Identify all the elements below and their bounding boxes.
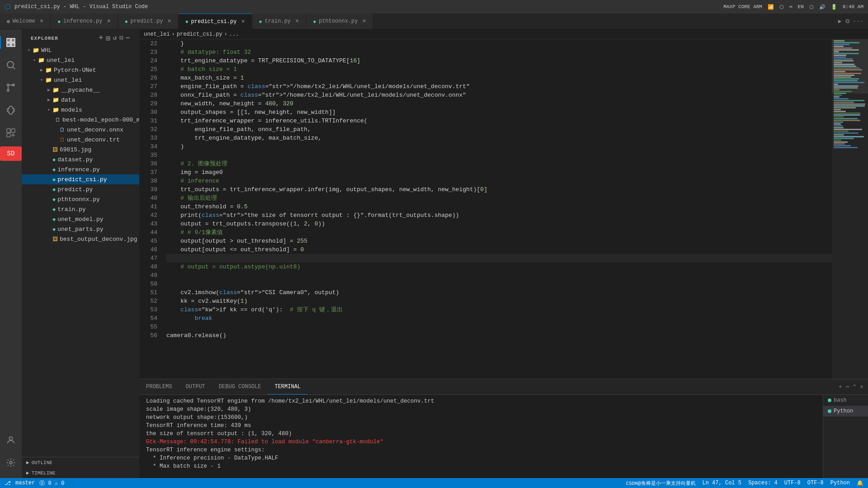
panel-tab-output[interactable]: OUTPUT: [179, 379, 212, 394]
git-branch[interactable]: master: [15, 480, 35, 486]
arrow-icon: ▾: [25, 47, 33, 53]
tree-item-best-output[interactable]: ▶ 🖼 best_output_deconv.jpg: [22, 234, 139, 244]
ln-col[interactable]: Ln 47, Col 5: [703, 480, 741, 486]
panel-tab-debug[interactable]: DEBUG CONSOLE: [212, 379, 268, 394]
tab-pthtoonnx-close[interactable]: ×: [363, 18, 366, 25]
activity-remote[interactable]: SD: [0, 146, 22, 161]
terminal-python[interactable]: Python: [823, 406, 868, 417]
new-folder-icon[interactable]: ⊞: [106, 34, 111, 43]
tree-item-onnx[interactable]: ▶ 🗋 unet_deconv.onnx: [22, 125, 139, 135]
svg-rect-9: [7, 129, 10, 132]
tab-predict-csi[interactable]: ◆ predict_csi.py ×: [179, 14, 252, 29]
tab-train-close[interactable]: ×: [295, 18, 299, 25]
tab-welcome-close[interactable]: ×: [40, 18, 43, 25]
svg-point-6: [7, 89, 9, 91]
panel-tab-terminal[interactable]: TERMINAL: [268, 379, 307, 394]
activity-extensions[interactable]: [0, 122, 22, 144]
tab-inference[interactable]: ◆ inference.py ×: [51, 14, 118, 29]
en-label: EN: [798, 4, 804, 9]
main-content: SD EXPLORER + ⊞ ↺ ⊟ ⋯ ▾: [0, 29, 868, 478]
gpu-label: MAXP CORE ARM: [723, 4, 762, 9]
tree-item-unet-model[interactable]: ▶ ◆ unet_model.py: [22, 214, 139, 224]
code-editor[interactable]: 2223242526272829303132333435363738394041…: [139, 39, 868, 379]
panel-close-icon[interactable]: ×: [860, 384, 863, 390]
tree-item-unet-lei[interactable]: ▾ 📁 unet_lei: [22, 75, 139, 85]
activity-settings[interactable]: [0, 452, 22, 474]
breadcrumb: unet_lei › predict_csi.py › ...: [139, 29, 868, 39]
errors-count[interactable]: ⓪ 0 ⚠ 0: [39, 479, 64, 487]
lang[interactable]: Python: [830, 480, 850, 486]
tab-predict-csi-close[interactable]: ×: [241, 18, 245, 25]
outline-header[interactable]: ▶ OUTLINE: [22, 457, 139, 468]
notification-icon[interactable]: 🔔: [857, 480, 863, 487]
tree-item-models[interactable]: ▾ 📁 models: [22, 105, 139, 115]
file-icon-jpg: 🖼: [52, 236, 58, 243]
timeline-header[interactable]: ▶ TIMELINE: [22, 468, 139, 478]
spaces[interactable]: Spaces: 4: [748, 480, 778, 486]
tree-item-jpg[interactable]: ▶ 🖼 69015.jpg: [22, 145, 139, 155]
activity-account[interactable]: [0, 429, 22, 451]
tree-label: train.py: [57, 206, 85, 213]
panel-more-icon[interactable]: ⋯: [846, 383, 849, 390]
line-numbers: 2223242526272829303132333435363738394041…: [139, 39, 162, 379]
tab-spacer: [373, 14, 834, 29]
tree-item-train[interactable]: ▶ ◆ train.py: [22, 204, 139, 214]
tree-label: unet_lei: [54, 77, 82, 84]
more-icon[interactable]: ⋯: [126, 34, 130, 43]
more-actions-icon[interactable]: ···: [853, 18, 863, 25]
tree-item-whl[interactable]: ▾ 📁 WHL: [22, 45, 139, 55]
tree-label-whl: WHL: [41, 47, 52, 54]
tab-welcome-label: Welcome: [13, 18, 35, 24]
tree-item-pytorch-unet[interactable]: ▶ 📁 Pytorch-UNet: [22, 65, 139, 75]
code-content[interactable]: } # datatype: float 32 trt_engine_dataty…: [162, 39, 832, 379]
run-icon[interactable]: ▶: [838, 18, 842, 25]
tab-pthtoonnx[interactable]: ◆ pthtoonnx.py ×: [306, 14, 373, 29]
panel-maximize-icon[interactable]: ⌃: [853, 383, 856, 390]
sidebar-bottom: ▶ OUTLINE ▶ TIMELINE: [22, 457, 139, 478]
collapse-icon[interactable]: ⊟: [119, 34, 123, 43]
new-file-icon[interactable]: +: [99, 34, 104, 43]
tree-item-predict[interactable]: ▶ ◆ predict.py: [22, 184, 139, 194]
statusbar: ⎇ master ⓪ 0 ⚠ 0 CSDN@鱼棒是小一乘支持向量机 Ln 47,…: [0, 478, 868, 488]
arrow-icon: ▶: [45, 87, 52, 93]
tree-label: __pycache__: [61, 87, 100, 94]
folder-icon: 📁: [52, 97, 59, 103]
tree-label: predict_csi.py: [57, 176, 107, 183]
activity-git[interactable]: [0, 77, 22, 99]
tree-item-trt[interactable]: ▶ 🗋 unet_deconv.trt: [22, 135, 139, 145]
terminal-bash[interactable]: bash: [823, 395, 868, 406]
tree-item-inference[interactable]: ▶ ◆ inference.py: [22, 164, 139, 174]
predict-icon: ◆: [125, 19, 128, 24]
tree-item-dataset[interactable]: ▶ ◆ dataset.py: [22, 155, 139, 164]
split-editor-icon[interactable]: ⧉: [845, 18, 849, 25]
tree-item-best-model[interactable]: ▶ 🗋 best-model_epoch-000_mae-1.0...: [22, 115, 139, 125]
timeline-label: TIMELINE: [32, 470, 56, 476]
encoding[interactable]: UTF-8: [784, 480, 801, 486]
file-icon-py: ◆: [52, 176, 56, 183]
tree-item-pthtoonnx[interactable]: ▶ ◆ pthtoonnx.py: [22, 194, 139, 204]
activity-debug[interactable]: [0, 99, 22, 121]
new-terminal-icon[interactable]: +: [839, 384, 842, 390]
activity-explorer[interactable]: [0, 32, 22, 53]
panel-tab-problems[interactable]: PROBLEMS: [139, 379, 179, 394]
refresh-icon[interactable]: ↺: [113, 34, 117, 43]
tree-item-predict-csi[interactable]: ▶ ◆ predict_csi.py: [22, 174, 139, 184]
tab-welcome[interactable]: ⚙ Welcome ×: [0, 14, 51, 29]
tree-item-data[interactable]: ▶ 📁 data: [22, 95, 139, 105]
terminal-content[interactable]: Loading cached TensorRT engine from /hom…: [139, 395, 823, 478]
tree-item-unet-lei-root[interactable]: ▾ 📁 unet_lei: [22, 55, 139, 65]
tree-item-pycache[interactable]: ▶ 📁 __pycache__: [22, 85, 139, 95]
tab-predict[interactable]: ◆ predict.py ×: [118, 14, 179, 29]
folder-icon: 📁: [45, 77, 52, 84]
tree-item-unet-parts[interactable]: ▶ ◆ unet_parts.py: [22, 224, 139, 234]
tree-label: data: [61, 97, 75, 103]
tab-predict-close[interactable]: ×: [168, 18, 171, 25]
tab-inference-close[interactable]: ×: [107, 18, 111, 25]
activitybar: SD: [0, 29, 22, 478]
svg-rect-11: [7, 133, 10, 137]
tab-train[interactable]: ◆ train.py ×: [252, 14, 307, 29]
activity-search[interactable]: [0, 54, 22, 76]
panel-actions: + ⋯ ⌃ ×: [839, 379, 868, 394]
file-icon-py: ◆: [52, 156, 56, 163]
arrow-icon: ▾: [45, 107, 52, 113]
